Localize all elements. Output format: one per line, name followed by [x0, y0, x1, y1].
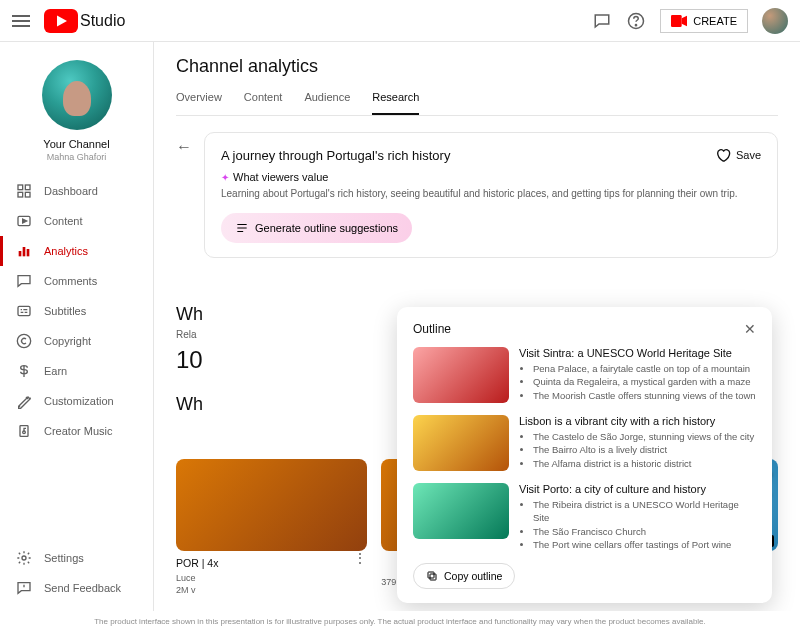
outline-title: Outline — [413, 322, 451, 336]
outline-item: Visit Porto: a city of culture and histo… — [413, 483, 756, 551]
dashboard-icon — [16, 183, 32, 199]
copy-icon — [426, 570, 438, 582]
copyright-icon — [16, 333, 32, 349]
studio-logo[interactable]: Studio — [44, 9, 125, 33]
svg-rect-10 — [23, 247, 26, 256]
sidebar-item-settings[interactable]: Settings — [0, 543, 153, 573]
save-button[interactable]: Save — [715, 147, 761, 163]
tab-research[interactable]: Research — [372, 83, 419, 115]
sparkle-icon: ✦ — [221, 172, 229, 183]
svg-rect-7 — [25, 192, 30, 197]
sidebar-item-creator-music[interactable]: Creator Music — [0, 416, 153, 446]
svg-point-15 — [23, 431, 26, 434]
outline-item: Lisbon is a vibrant city with a rich his… — [413, 415, 756, 471]
sidebar-item-content[interactable]: Content — [0, 206, 153, 236]
back-arrow-icon[interactable]: ← — [176, 138, 192, 156]
save-label: Save — [736, 149, 761, 161]
sidebar-nav: Dashboard Content Analytics Comments Sub… — [0, 176, 153, 543]
tab-audience[interactable]: Audience — [304, 83, 350, 115]
sidebar-item-analytics[interactable]: Analytics — [0, 236, 153, 266]
sidebar-item-comments[interactable]: Comments — [0, 266, 153, 296]
channel-block[interactable]: Your Channel Mahna Ghafori — [0, 52, 153, 176]
create-video-icon — [671, 15, 687, 27]
footer-text: The product interface shown in this pres… — [0, 611, 800, 633]
logo-text: Studio — [80, 12, 125, 30]
sidebar-item-label: Content — [44, 215, 83, 227]
comments-icon — [16, 273, 32, 289]
video-channel: Luce — [176, 573, 345, 583]
research-card: A journey through Portugal's rich histor… — [204, 132, 778, 258]
outline-heading: Visit Porto: a city of culture and histo… — [519, 483, 756, 495]
sidebar-item-label: Subtitles — [44, 305, 86, 317]
tab-overview[interactable]: Overview — [176, 83, 222, 115]
channel-label: Your Channel — [0, 138, 153, 150]
outline-thumb — [413, 347, 509, 403]
svg-rect-11 — [27, 249, 30, 256]
channel-name: Mahna Ghafori — [0, 152, 153, 162]
copy-label: Copy outline — [444, 570, 502, 582]
analytics-icon — [16, 243, 32, 259]
music-icon — [16, 423, 32, 439]
video-thumb — [176, 459, 367, 551]
sidebar-item-subtitles[interactable]: Subtitles — [0, 296, 153, 326]
wvv-label: ✦What viewers value — [221, 171, 761, 183]
list-icon — [235, 221, 249, 235]
copy-outline-button[interactable]: Copy outline — [413, 563, 515, 589]
outline-thumb — [413, 415, 509, 471]
outline-bullets: The Castelo de São Jorge, stunning views… — [519, 430, 756, 470]
hamburger-icon[interactable] — [12, 15, 30, 27]
sidebar-item-label: Creator Music — [44, 425, 112, 437]
sidebar-item-label: Send Feedback — [44, 582, 121, 594]
video-title: POR | 4x — [176, 557, 345, 571]
avatar[interactable] — [762, 8, 788, 34]
gear-icon — [16, 550, 32, 566]
svg-point-13 — [17, 334, 30, 347]
svg-point-2 — [636, 24, 637, 25]
customization-icon — [16, 393, 32, 409]
chat-icon[interactable] — [592, 11, 612, 31]
sidebar-item-label: Customization — [44, 395, 114, 407]
sidebar-item-label: Copyright — [44, 335, 91, 347]
app-header: Studio CREATE — [0, 0, 800, 42]
svg-rect-5 — [25, 185, 30, 190]
close-icon[interactable]: ✕ — [744, 321, 756, 337]
sidebar: Your Channel Mahna Ghafori Dashboard Con… — [0, 42, 154, 611]
video-meta: 2M v — [176, 585, 345, 595]
generate-outline-button[interactable]: Generate outline suggestions — [221, 213, 412, 243]
more-icon[interactable]: ⋮ — [353, 551, 367, 565]
svg-rect-6 — [18, 192, 23, 197]
sidebar-item-customization[interactable]: Customization — [0, 386, 153, 416]
header-right: CREATE — [592, 8, 788, 34]
help-icon[interactable] — [626, 11, 646, 31]
channel-photo — [42, 60, 112, 130]
tabs: Overview Content Audience Research — [176, 83, 778, 116]
svg-rect-12 — [18, 306, 30, 315]
outline-heading: Lisbon is a vibrant city with a rich his… — [519, 415, 756, 427]
svg-rect-17 — [430, 574, 436, 580]
subtitles-icon — [16, 303, 32, 319]
svg-rect-4 — [18, 185, 23, 190]
heart-icon — [715, 147, 731, 163]
gen-label: Generate outline suggestions — [255, 222, 398, 234]
sidebar-item-copyright[interactable]: Copyright — [0, 326, 153, 356]
svg-rect-9 — [19, 251, 22, 256]
outline-panel: Outline ✕ Visit Sintra: a UNESCO World H… — [397, 307, 772, 603]
outline-bullets: The Ribeira district is a UNESCO World H… — [519, 498, 756, 551]
sidebar-item-label: Dashboard — [44, 185, 98, 197]
sidebar-item-earn[interactable]: Earn — [0, 356, 153, 386]
sidebar-item-feedback[interactable]: Send Feedback — [0, 573, 153, 603]
feedback-icon — [16, 580, 32, 596]
outline-bullets: Pena Palace, a fairytale castle on top o… — [519, 362, 756, 402]
svg-rect-3 — [671, 15, 682, 27]
svg-point-16 — [22, 556, 26, 560]
card-title: A journey through Portugal's rich histor… — [221, 148, 450, 163]
earn-icon — [16, 363, 32, 379]
video-card[interactable]: POR | 4x Luce 2M v ⋮ — [176, 459, 367, 596]
main: Channel analytics Overview Content Audie… — [154, 42, 800, 611]
sidebar-item-dashboard[interactable]: Dashboard — [0, 176, 153, 206]
wvv-text: Learning about Portugal's rich history, … — [221, 187, 761, 201]
outline-heading: Visit Sintra: a UNESCO World Heritage Si… — [519, 347, 756, 359]
tab-content[interactable]: Content — [244, 83, 283, 115]
outline-item: Visit Sintra: a UNESCO World Heritage Si… — [413, 347, 756, 403]
create-button[interactable]: CREATE — [660, 9, 748, 33]
